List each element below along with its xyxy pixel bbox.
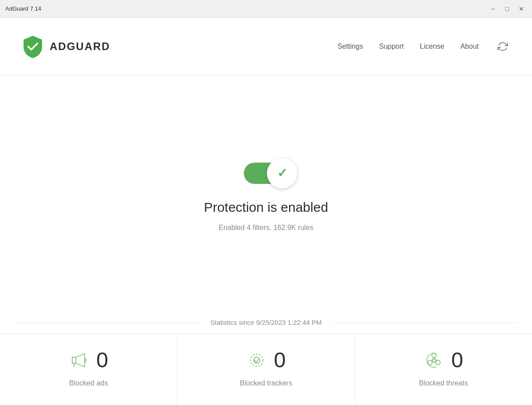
- stat-blocked-ads: 0 Blocked ads: [0, 334, 177, 405]
- ads-icon: [69, 350, 89, 370]
- blocked-threats-label: Blocked threats: [419, 379, 468, 387]
- nav-settings[interactable]: Settings: [337, 43, 363, 51]
- main-nav: Settings Support License About: [337, 39, 511, 55]
- close-button[interactable]: ✕: [516, 4, 527, 14]
- toggle-thumb: ✓: [267, 158, 297, 188]
- refresh-button[interactable]: [495, 39, 511, 55]
- app-title: AdGuard 7.14: [5, 5, 41, 12]
- svg-point-2: [250, 354, 263, 366]
- trackers-icon: [246, 350, 267, 370]
- refresh-icon: [497, 41, 508, 52]
- svg-point-5: [432, 353, 436, 358]
- minimize-button[interactable]: −: [488, 4, 498, 14]
- svg-marker-0: [72, 357, 76, 363]
- nav-license[interactable]: License: [420, 43, 444, 51]
- blocked-trackers-count: 0: [274, 348, 286, 372]
- protection-subtitle: Enabled 4 filters, 162.9K rules: [219, 224, 313, 232]
- adguard-logo-icon: [21, 35, 44, 58]
- window-controls: − □ ✕: [488, 4, 527, 14]
- checkmark-icon: ✓: [277, 166, 287, 180]
- protection-toggle[interactable]: ✓: [244, 163, 288, 184]
- protection-section: ✓ Protection is enabled Enabled 4 filter…: [204, 75, 328, 312]
- blocked-trackers-label: Blocked trackers: [240, 379, 292, 387]
- main-content: ✓ Protection is enabled Enabled 4 filter…: [0, 75, 532, 405]
- protection-status: Protection is enabled: [204, 200, 328, 215]
- threats-icon: [424, 350, 444, 370]
- blocked-ads-label: Blocked ads: [69, 379, 108, 387]
- blocked-threats-count: 0: [451, 348, 463, 372]
- title-bar: AdGuard 7.14 − □ ✕: [0, 0, 532, 18]
- header: ADGUARD Settings Support License About: [0, 18, 532, 75]
- nav-support[interactable]: Support: [379, 43, 404, 51]
- nav-about[interactable]: About: [460, 43, 479, 51]
- protection-toggle-container[interactable]: ✓: [235, 156, 297, 191]
- stat-blocked-trackers: 0 Blocked trackers: [177, 334, 355, 405]
- stats-section: 0 Blocked ads 0 Blocked trackers: [0, 333, 532, 405]
- stats-since-header: Statistics since 9/25/2023 1:22:44 PM: [14, 312, 518, 333]
- stat-threats-icon-number: 0: [424, 348, 463, 372]
- stat-trackers-icon-number: 0: [246, 348, 286, 372]
- stats-divider: Statistics since 9/25/2023 1:22:44 PM: [0, 312, 532, 333]
- svg-point-7: [428, 360, 432, 365]
- stat-blocked-threats: 0 Blocked threats: [355, 334, 532, 405]
- stat-ads-icon-number: 0: [69, 348, 108, 372]
- maximize-button[interactable]: □: [502, 4, 512, 14]
- blocked-ads-count: 0: [96, 348, 108, 372]
- svg-point-6: [436, 360, 440, 365]
- logo-text: ADGUARD: [50, 40, 110, 53]
- logo: ADGUARD: [21, 35, 110, 58]
